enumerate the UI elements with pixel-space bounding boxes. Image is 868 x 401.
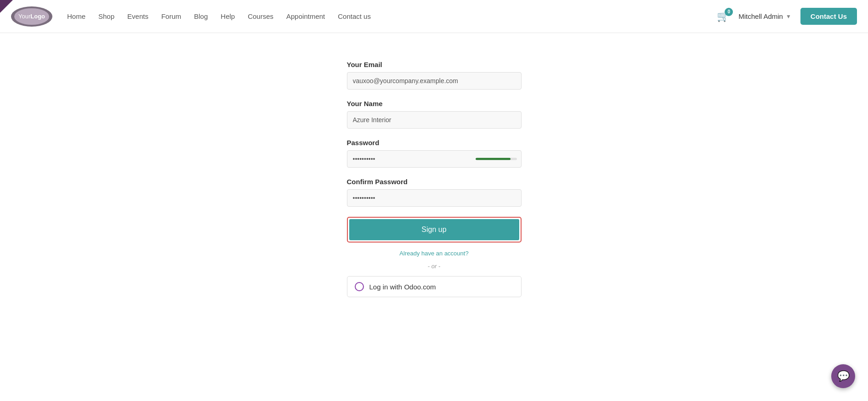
confirm-password-input[interactable] bbox=[347, 189, 522, 207]
password-label: Password bbox=[347, 139, 522, 147]
name-input[interactable] bbox=[347, 111, 522, 129]
cart-button[interactable]: 🛒 0 bbox=[717, 11, 729, 23]
nav-shop[interactable]: Shop bbox=[98, 12, 114, 20]
nav-forum[interactable]: Forum bbox=[161, 12, 181, 20]
user-name: Mitchell Admin bbox=[738, 12, 783, 20]
password-strength-bar bbox=[476, 158, 517, 160]
email-field-group: Your Email bbox=[347, 61, 522, 90]
email-label: Your Email bbox=[347, 61, 522, 68]
nav-contact-us[interactable]: Contact us bbox=[338, 12, 371, 20]
contact-us-button[interactable]: Contact Us bbox=[800, 8, 857, 25]
odoo-login-button[interactable]: Log in with Odoo.com bbox=[347, 276, 522, 297]
signup-form: Your Email Your Name Password Confirm Pa… bbox=[347, 61, 522, 297]
name-label: Your Name bbox=[347, 100, 522, 107]
nav-events[interactable]: Events bbox=[127, 12, 148, 20]
cart-count: 0 bbox=[725, 8, 733, 16]
chevron-down-icon: ▼ bbox=[786, 13, 791, 20]
chat-bubble[interactable]: 💬 bbox=[831, 364, 855, 388]
nav-right: 🛒 0 Mitchell Admin ▼ Contact Us bbox=[717, 8, 857, 25]
odoo-login-label: Log in with Odoo.com bbox=[369, 283, 436, 291]
nav-blog[interactable]: Blog bbox=[194, 12, 208, 20]
password-field-group: Password bbox=[347, 139, 522, 168]
signup-button[interactable]: Sign up bbox=[349, 219, 519, 240]
odoo-icon bbox=[355, 282, 364, 291]
already-account: Already have an account? bbox=[347, 249, 522, 257]
main-content: Your Email Your Name Password Confirm Pa… bbox=[0, 33, 868, 325]
confirm-password-label: Confirm Password bbox=[347, 178, 522, 186]
password-wrap bbox=[347, 150, 522, 168]
nav-help[interactable]: Help bbox=[221, 12, 235, 20]
nav-links: Home Shop Events Forum Blog Help Courses… bbox=[67, 12, 717, 20]
nav-home[interactable]: Home bbox=[67, 12, 85, 20]
logo-text: YourLogo bbox=[18, 13, 45, 19]
signup-btn-wrap: Sign up bbox=[347, 217, 522, 243]
name-field-group: Your Name bbox=[347, 100, 522, 129]
password-strength-fill bbox=[476, 158, 511, 160]
or-divider: - or - bbox=[347, 263, 522, 270]
nav-courses[interactable]: Courses bbox=[248, 12, 273, 20]
email-input[interactable] bbox=[347, 72, 522, 90]
navbar: YourLogo Home Shop Events Forum Blog Hel… bbox=[0, 0, 868, 33]
logo[interactable]: YourLogo bbox=[11, 6, 52, 27]
confirm-password-field-group: Confirm Password bbox=[347, 178, 522, 207]
nav-appointment[interactable]: Appointment bbox=[286, 12, 325, 20]
user-menu[interactable]: Mitchell Admin ▼ bbox=[738, 12, 791, 20]
chat-icon: 💬 bbox=[837, 370, 850, 382]
already-account-link[interactable]: Already have an account? bbox=[399, 250, 468, 257]
